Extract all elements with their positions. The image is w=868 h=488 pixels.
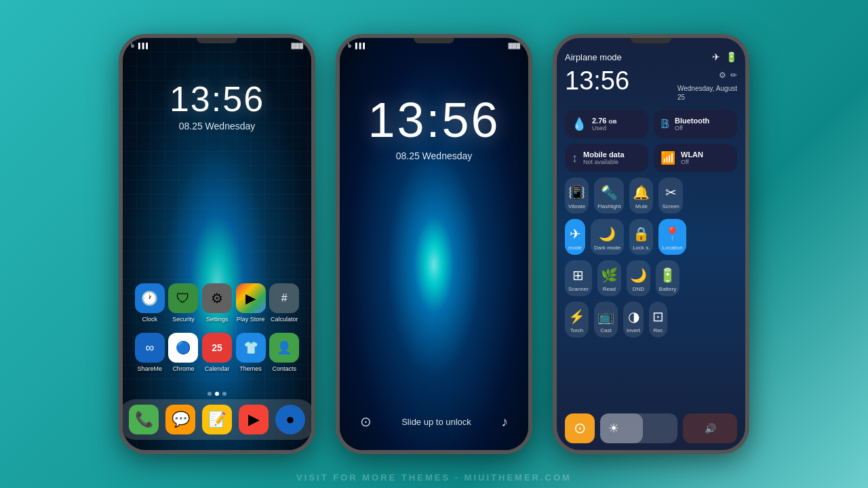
lock-clock: 13:56 08.25 Wednesday	[340, 92, 528, 161]
app-security-label: Security	[172, 316, 195, 323]
page-dots	[123, 392, 311, 396]
lock-bluetooth-icon: 𝖻	[348, 43, 351, 49]
cc-bluetooth-icon: 𝔹	[660, 117, 669, 131]
cc-airplane-btn-label: mode	[568, 245, 582, 251]
app-chrome-icon: 🔵	[168, 333, 198, 363]
cc-dark-label: Dark mode	[594, 245, 620, 251]
cc-btn-screenrec[interactable]: ⊡ Rec	[649, 302, 667, 338]
cc-data-value: 2.76 GB	[592, 117, 616, 125]
cc-volume-icon: 🔊	[705, 423, 716, 434]
status-bar-2: 𝖻 ▐▐▐ ▓▓▓	[340, 38, 528, 53]
app-contacts[interactable]: 👤 Contacts	[268, 333, 300, 372]
cc-btn-cast[interactable]: 📺 Cast	[594, 302, 618, 338]
cc-mute-label: Mute	[635, 203, 648, 209]
cc-grid-row-2: ✈ mode 🌙 Dark mode 🔒 Lock s. 📍 Location	[565, 219, 737, 255]
app-row-1: 🕐 Clock 🛡 Security ⚙ Settings ▶ Play Sto…	[133, 283, 301, 323]
cc-screenshot-icon: ✂	[665, 184, 677, 201]
cc-volume-slider[interactable]: 🔊	[683, 413, 737, 443]
app-calculator-icon: #	[269, 283, 299, 313]
lock-music-icon[interactable]: ♪	[501, 414, 508, 430]
app-settings[interactable]: ⚙ Settings	[201, 283, 233, 323]
cc-btn-torch[interactable]: ⚡ Torch	[565, 302, 589, 338]
cc-date-line1: Wednesday, August	[677, 85, 737, 92]
app-settings-label: Settings	[206, 316, 229, 323]
app-clock-icon: 🕐	[135, 283, 165, 313]
cc-battery-header: 🔋	[726, 52, 737, 62]
app-playstore[interactable]: ▶ Play Store	[235, 283, 267, 323]
cc-vibrate-label: Vibrate	[568, 203, 585, 209]
app-chrome[interactable]: 🔵 Chrome	[167, 333, 199, 372]
bluetooth-icon: 𝖻	[131, 43, 134, 49]
cc-bt-label: Bluetooth	[675, 117, 709, 125]
cc-grid-row-3: ⊞ Scanner 🌿 Read 🌙 DND 🔋 Battery	[565, 260, 737, 296]
cc-wlan-tile[interactable]: 📶 WLAN Off	[654, 144, 737, 172]
lock-camera-icon[interactable]: ⊙	[360, 413, 372, 430]
cc-header-icons: ✈ 🔋	[712, 52, 737, 62]
cc-edit-icon[interactable]: ✏	[730, 70, 737, 80]
cc-action-icons: ⚙ ✏	[719, 70, 737, 80]
app-calendar[interactable]: 25 Calendar	[201, 333, 233, 372]
cc-torch-label: Torch	[570, 327, 584, 333]
cc-btn-reading[interactable]: 🌿 Read	[597, 260, 621, 296]
cc-flashlight-icon: 🔦	[601, 184, 618, 201]
cc-lock-icon: 🔒	[633, 226, 650, 242]
cc-location-label: Location	[662, 245, 682, 251]
app-chrome-label: Chrome	[172, 365, 194, 372]
app-calendar-icon: 25	[202, 333, 232, 363]
cc-airplane-icon[interactable]: ✈	[712, 52, 720, 62]
dock-video[interactable]: ▶	[239, 405, 269, 434]
cc-btn-invert[interactable]: ◑ Invert	[623, 302, 644, 338]
app-clock[interactable]: 🕐 Clock	[134, 283, 166, 323]
cc-btn-darkmode[interactable]: 🌙 Dark mode	[591, 219, 624, 255]
cc-btn-mute[interactable]: 🔔 Mute	[629, 178, 653, 214]
cc-btn-lockscreen[interactable]: 🔒 Lock s.	[629, 219, 653, 255]
cc-btn-screenshot[interactable]: ✂ Screen	[658, 178, 682, 214]
app-security-icon: 🛡	[168, 283, 198, 313]
cc-brightness-icon: ☀	[608, 421, 619, 436]
cc-mobile-tile[interactable]: ↕ Mobile data Not available	[565, 144, 648, 172]
cc-flashlight-bottom[interactable]: ⊙	[565, 413, 595, 443]
cc-torch-icon: ⚡	[568, 308, 585, 325]
cc-brightness-slider[interactable]: ☀	[600, 413, 677, 443]
lock-status-right: ▓▓▓	[509, 43, 521, 49]
cc-flashlight-label: Flashlight	[597, 203, 620, 209]
cc-bluetooth-tile[interactable]: 𝔹 Bluetooth Off	[654, 110, 737, 138]
cc-btn-scanner[interactable]: ⊞ Scanner	[565, 260, 592, 296]
cc-btn-airplane[interactable]: ✈ mode	[565, 219, 585, 255]
cc-time: 13:56	[565, 68, 629, 94]
dot-1	[208, 392, 212, 396]
cc-wlan-info: WLAN Off	[681, 150, 703, 165]
app-row-2: ∞ ShareMe 🔵 Chrome 25 Calendar 👕 Themes …	[133, 333, 301, 372]
dock-app[interactable]: ●	[275, 405, 305, 434]
cc-btn-battery[interactable]: 🔋 Battery	[656, 260, 679, 296]
cc-scanner-icon: ⊞	[572, 267, 584, 283]
dock-phone[interactable]: 📞	[129, 405, 159, 434]
cc-dark-icon: 🌙	[599, 226, 616, 242]
cc-location-icon: 📍	[664, 226, 681, 242]
cc-panel: Airplane mode ✈ 🔋 13:56 ⚙ ✏ Wednesday, A…	[557, 38, 745, 450]
cc-tiles-row-2: ↕ Mobile data Not available 📶 WLAN Off	[565, 144, 737, 172]
app-themes[interactable]: 👕 Themes	[235, 333, 267, 372]
cc-time-section: 13:56 ⚙ ✏ Wednesday, August 25	[565, 68, 737, 102]
cc-btn-location[interactable]: 📍 Location	[658, 219, 686, 255]
app-shareme[interactable]: ∞ ShareMe	[134, 333, 166, 372]
phone-1-home: 𝖻 ▐▐▐ ▓▓▓ 13:56 08.25 Wednesday 🕐 Clock …	[119, 34, 315, 454]
dock-messages[interactable]: 💬	[165, 405, 195, 434]
cc-data-tile[interactable]: 💧 2.76 GB Used	[565, 110, 648, 138]
app-security[interactable]: 🛡 Security	[167, 283, 199, 323]
cc-btn-dnd[interactable]: 🌙 DND	[627, 260, 650, 296]
app-themes-icon: 👕	[236, 333, 266, 363]
cc-btn-flashlight[interactable]: 🔦 Flashlight	[594, 178, 624, 214]
cc-bt-sub: Off	[675, 125, 709, 131]
dot-2	[215, 392, 219, 396]
cc-cast-icon: 📺	[597, 308, 614, 325]
lock-signal-icon: ▐▐▐	[353, 43, 365, 49]
dock-notes[interactable]: 📝	[202, 405, 232, 434]
cc-settings-icon[interactable]: ⚙	[719, 70, 726, 80]
cc-screenrec-icon: ⊡	[652, 308, 664, 325]
cc-airplane-label: Airplane mode	[565, 52, 622, 62]
lock-clock-date: 08.25 Wednesday	[340, 150, 528, 161]
cc-btn-vibrate[interactable]: 📳 Vibrate	[565, 178, 589, 214]
cc-screenshot-label: Screen	[662, 203, 679, 209]
app-calculator[interactable]: # Calculator	[268, 283, 300, 323]
